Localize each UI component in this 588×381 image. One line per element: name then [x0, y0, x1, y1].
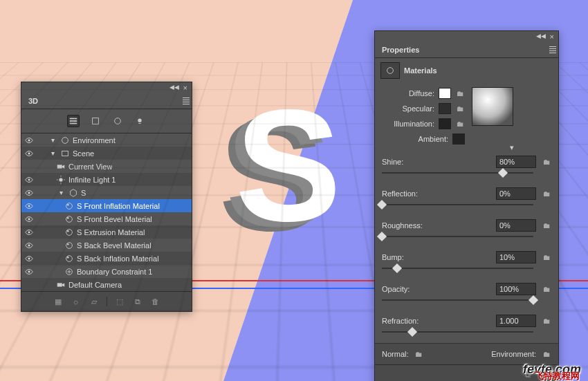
footer-new-icon[interactable]: ⧉	[522, 369, 533, 380]
swatch-illumination[interactable]	[439, 118, 451, 129]
eye-icon[interactable]	[24, 267, 34, 277]
folder-normal-icon[interactable]: 🖿	[414, 349, 424, 359]
tree-row[interactable]: S Front Inflation Material	[21, 199, 192, 212]
chevron-down-icon[interactable]: ▾	[56, 188, 66, 198]
eye-icon[interactable]	[24, 188, 34, 198]
input-reflection[interactable]	[496, 187, 536, 200]
collapse-icon[interactable]: ◀◀	[169, 84, 179, 92]
swatch-specular[interactable]	[439, 103, 451, 114]
input-roughness[interactable]	[496, 219, 536, 232]
footer-trash-icon[interactable]: 🗑	[150, 296, 161, 307]
slider-thumb-opacity[interactable]	[529, 295, 538, 305]
folder-shine-icon[interactable]: 🖿	[542, 157, 551, 167]
slider-track-opacity[interactable]	[382, 296, 533, 304]
folder-reflection-icon[interactable]: 🖿	[542, 189, 551, 198]
svg-point-22	[67, 230, 69, 232]
footer-cube-icon[interactable]: ▦	[53, 296, 64, 307]
tree-row[interactable]: S Back Inflation Material	[21, 252, 192, 265]
folder-bump-icon[interactable]: 🖿	[542, 252, 551, 262]
tree-row[interactable]: ▾Scene	[21, 147, 192, 160]
panel-props-minibar: ◀◀ ×	[375, 31, 558, 42]
slider-track-bump[interactable]	[382, 264, 533, 272]
slider-thumb-reflection[interactable]	[377, 200, 387, 210]
input-bump[interactable]	[496, 251, 536, 263]
folder-environment-icon[interactable]: 🖿	[542, 349, 551, 359]
filter-mesh-icon[interactable]	[89, 115, 102, 127]
eye-icon[interactable]	[24, 214, 34, 224]
panel-3d: ◀◀ × 3D ▾Environment▾SceneCurrent ViewIn…	[21, 82, 192, 312]
tree-row[interactable]: S Extrusion Material	[21, 225, 192, 239]
tab-3d[interactable]: 3D	[21, 93, 45, 109]
label-bump: Bump:	[382, 253, 490, 261]
tree-label: S Front Bevel Material	[77, 215, 152, 223]
filter-light-icon[interactable]	[134, 115, 146, 127]
con-icon	[64, 267, 74, 277]
label-illumination: Illumination:	[382, 120, 434, 128]
mesh-icon	[68, 188, 78, 198]
slider-track-roughness[interactable]	[382, 232, 533, 241]
slider-track-reflection[interactable]	[382, 201, 533, 209]
filter-all-icon[interactable]	[67, 115, 80, 127]
input-opacity[interactable]	[496, 283, 536, 295]
tree-row[interactable]: Current View	[21, 160, 192, 173]
eye-icon[interactable]	[24, 280, 34, 290]
eye-icon[interactable]	[24, 175, 34, 185]
svg-point-24	[66, 242, 73, 248]
svg-rect-31	[57, 283, 62, 286]
slider-track-refraction[interactable]	[382, 328, 533, 336]
panel-3d-flyout[interactable]	[181, 94, 192, 108]
filter-material-icon[interactable]	[111, 115, 124, 127]
material-preview[interactable]: ▾	[472, 87, 513, 145]
props-context: Materials	[375, 58, 558, 83]
eye-icon[interactable]	[24, 201, 34, 211]
footer-new-icon[interactable]: ⬚	[114, 296, 125, 307]
folder-refraction-icon[interactable]: 🖿	[542, 316, 551, 326]
tree-row[interactable]: ▾Environment	[21, 133, 192, 147]
slider-thumb-shine[interactable]	[498, 168, 508, 178]
chevron-down-icon[interactable]: ▾	[48, 136, 57, 145]
slider-track-shine[interactable]	[382, 169, 533, 177]
slider-thumb-refraction[interactable]	[407, 327, 417, 337]
collapse-icon[interactable]: ◀◀	[536, 32, 546, 41]
input-refraction[interactable]	[496, 315, 536, 327]
swatch-diffuse[interactable]	[439, 88, 451, 99]
eye-icon[interactable]	[24, 136, 34, 145]
footer-trash-icon[interactable]: 🗑	[540, 369, 551, 380]
slider-thumb-bump[interactable]	[392, 263, 402, 273]
slider-roughness: Roughness: 🖿	[375, 216, 558, 248]
tree-row[interactable]: Infinite Light 1	[21, 173, 192, 186]
svg-point-18	[66, 216, 73, 222]
row-diffuse: Diffuse: 🖿	[382, 87, 465, 100]
tree-row[interactable]: Boundary Constraint 1	[21, 265, 192, 278]
eye-icon[interactable]	[24, 254, 34, 263]
tree-row[interactable]: S Front Bevel Material	[21, 212, 192, 225]
mat-icon	[64, 201, 74, 211]
tree-row[interactable]: S Back Bevel Material	[21, 239, 192, 252]
svg-point-28	[67, 256, 69, 258]
folder-specular-icon[interactable]: 🖿	[455, 104, 465, 113]
close-icon[interactable]: ×	[550, 32, 554, 41]
folder-roughness-icon[interactable]: 🖿	[542, 221, 551, 230]
chevron-down-icon[interactable]: ▾	[48, 149, 57, 158]
label-specular: Specular:	[382, 104, 434, 113]
footer-dup-icon[interactable]: ⧉	[132, 296, 143, 307]
eye-icon[interactable]	[24, 149, 34, 158]
eye-icon[interactable]	[24, 227, 34, 237]
svg-point-5	[138, 119, 141, 122]
eye-icon[interactable]	[24, 162, 34, 171]
tree-row[interactable]: ▾S	[21, 186, 192, 199]
slider-thumb-roughness[interactable]	[377, 232, 387, 241]
panel-props-flyout[interactable]	[547, 43, 558, 57]
close-icon[interactable]: ×	[183, 84, 187, 92]
tab-properties[interactable]: Properties	[375, 42, 426, 57]
tree-row[interactable]: Default Camera	[21, 278, 192, 291]
folder-illumination-icon[interactable]: 🖿	[455, 119, 465, 129]
footer-light-icon[interactable]: ☼	[71, 296, 82, 307]
footer-plane-icon[interactable]: ▱	[89, 296, 100, 307]
folder-opacity-icon[interactable]: 🖿	[542, 284, 551, 294]
preview-dropdown-icon[interactable]: ▾	[508, 144, 516, 151]
folder-diffuse-icon[interactable]: 🖿	[455, 89, 465, 98]
eye-icon[interactable]	[24, 241, 34, 250]
swatch-ambient[interactable]	[452, 133, 465, 145]
input-shine[interactable]	[496, 156, 536, 168]
